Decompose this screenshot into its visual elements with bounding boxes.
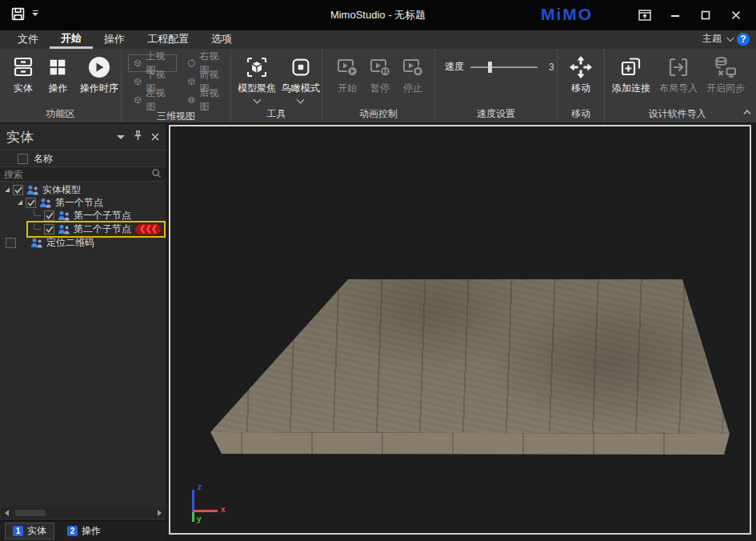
operation-button[interactable]: 操作 <box>42 49 74 95</box>
x-axis-line <box>193 510 218 512</box>
panel-menu-chevron-icon[interactable] <box>117 135 125 139</box>
tree-label: 第一个子节点 <box>74 209 131 222</box>
theme-chevron-icon[interactable] <box>726 34 734 42</box>
speed-label: 速度 <box>445 60 464 74</box>
search-input[interactable] <box>4 169 151 180</box>
maximize-icon[interactable] <box>690 0 721 30</box>
tree-checkbox[interactable] <box>6 238 16 248</box>
tab-project-config[interactable]: 工程配置 <box>136 30 200 49</box>
ribbon-group-design-import: 添加连接 布局导入 <box>605 49 750 122</box>
play-circle-icon <box>87 54 111 80</box>
ribbon-group-move: 移动 移动 <box>558 49 605 122</box>
horizontal-scrollbar[interactable] <box>1 507 165 519</box>
tree-label: 第二个子节点 <box>74 222 131 236</box>
z-axis-label: z <box>198 483 202 491</box>
name-label: 名称 <box>34 152 53 166</box>
tree-row-selected[interactable]: 第二个子节点 ❮❮❮ <box>0 222 166 236</box>
speed-slider-handle[interactable] <box>488 62 492 73</box>
collapse-window-icon[interactable] <box>630 0 660 30</box>
group-label-move: 移动 <box>558 106 604 122</box>
ribbon-group-tools: 模型聚焦 鸟瞰模式 工具 <box>231 49 322 122</box>
anim-start-button[interactable]: 开始 <box>332 49 362 95</box>
scrollbar-thumb[interactable] <box>15 510 46 516</box>
y-axis-line <box>192 512 194 522</box>
minimize-icon[interactable] <box>660 0 690 30</box>
tab-operation-number: 2 <box>67 526 78 536</box>
entity-button[interactable]: 实体 <box>7 49 39 95</box>
tab-operation-panel[interactable]: 2 操作 <box>59 523 109 539</box>
move-button[interactable]: 移动 <box>563 49 598 95</box>
y-axis-label: y <box>197 515 202 523</box>
tree-checkbox[interactable] <box>44 210 54 221</box>
name-checkbox[interactable] <box>18 154 28 164</box>
scroll-right-icon[interactable] <box>154 507 165 519</box>
tree-label: 第一个节点 <box>55 196 103 210</box>
tree-label: 定位二维码 <box>46 236 94 250</box>
group-label-design-import: 设计软件导入 <box>605 106 750 122</box>
tab-operation[interactable]: 操作 <box>93 30 136 49</box>
z-axis-line <box>192 490 194 512</box>
panel-close-icon[interactable] <box>151 130 159 144</box>
tree-checkbox[interactable] <box>26 198 36 208</box>
entity-group-icon <box>58 210 70 221</box>
brand-logo: MiMO <box>541 5 593 24</box>
tree-row[interactable]: 第一个子节点 <box>0 209 166 222</box>
group-label-tools: 工具 <box>231 106 322 122</box>
anim-pause-icon <box>369 54 391 80</box>
tree-row[interactable]: 定位二维码 <box>0 236 166 249</box>
ribbon-collapse-icon[interactable] <box>742 104 752 118</box>
tab-home[interactable]: 开始 <box>50 30 93 49</box>
top-view-cube-icon <box>133 58 143 69</box>
group-label-3d-views: 三维视图 <box>122 109 230 123</box>
left-view-button[interactable]: 左视图 <box>128 91 177 109</box>
floor-slab-top-face[interactable] <box>170 126 750 533</box>
theme-selector[interactable]: 主题 <box>702 32 722 46</box>
expander-icon[interactable] <box>5 187 10 192</box>
sync-toggle-button[interactable]: 开启同步 <box>702 49 749 95</box>
tree-checkbox[interactable] <box>44 224 54 234</box>
scroll-left-icon[interactable] <box>1 507 12 519</box>
tab-file[interactable]: 文件 <box>6 30 50 49</box>
tree-checkbox[interactable] <box>13 185 23 195</box>
bottom-view-cube-icon <box>133 76 143 87</box>
panel-empty-area <box>0 249 166 507</box>
pin-icon[interactable] <box>134 130 142 144</box>
panel-title: 实体 <box>6 128 117 146</box>
priority-badge: ❮❮❮ <box>135 224 161 234</box>
tree-row[interactable]: 第一个节点 <box>0 196 166 209</box>
speed-value: 3 <box>549 62 554 73</box>
layout-import-button[interactable]: 布局导入 <box>655 49 702 95</box>
anim-stop-button[interactable]: 停止 <box>398 49 428 95</box>
app-window: MimoStudio - 无标题 MiMO 文件 开始 操作 工程配置 选项 <box>0 0 756 541</box>
move-icon <box>569 54 593 80</box>
tree-row[interactable]: 实体模型 <box>0 183 166 196</box>
birdview-mode-button[interactable]: 鸟瞰模式 <box>280 49 322 102</box>
name-filter-row: 名称 <box>0 150 166 167</box>
sync-database-icon <box>714 54 738 80</box>
anim-start-icon <box>336 54 358 80</box>
birdview-icon <box>290 54 312 80</box>
anim-pause-button[interactable]: 暂停 <box>365 49 395 95</box>
model-focus-icon <box>245 54 269 80</box>
model-focus-button[interactable]: 模型聚焦 <box>236 49 278 102</box>
expander-icon[interactable] <box>18 200 22 205</box>
entity-panel: 实体 名称 <box>0 124 166 541</box>
tab-entity[interactable]: 1 实体 <box>5 523 54 539</box>
operation-sequence-button[interactable]: 操作时序 <box>77 49 121 95</box>
add-connection-icon <box>619 54 643 80</box>
speed-slider[interactable] <box>470 66 538 68</box>
3d-viewport[interactable]: z x y <box>169 125 751 535</box>
close-icon[interactable] <box>721 0 751 30</box>
tabrow-right-controls: 主题 ? <box>702 32 750 46</box>
group-label-function-area: 功能区 <box>0 106 121 122</box>
entity-group-icon <box>39 198 52 208</box>
entity-tree: 实体模型 第一个节点 <box>0 182 166 249</box>
tree-elbow-line <box>34 223 41 230</box>
search-icon <box>151 167 162 182</box>
back-view-button[interactable]: 后视图 <box>182 91 230 109</box>
tab-options[interactable]: 选项 <box>200 30 243 49</box>
help-icon[interactable]: ? <box>737 33 750 46</box>
window-controls <box>630 0 751 30</box>
right-view-cube-icon <box>186 58 197 69</box>
add-connection-button[interactable]: 添加连接 <box>608 49 654 95</box>
